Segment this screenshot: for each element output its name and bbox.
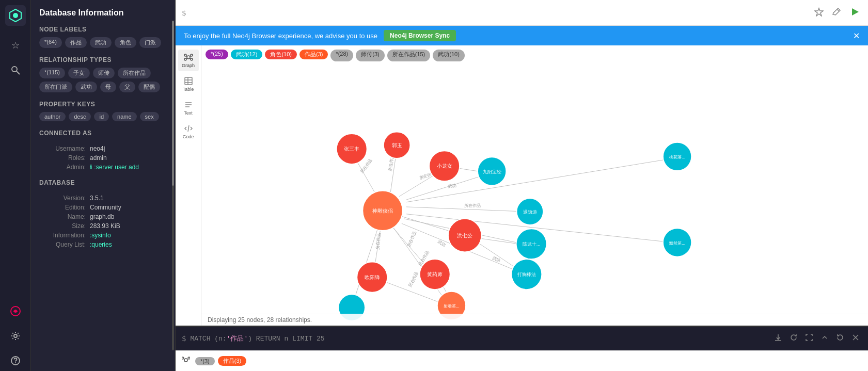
rel-suozaimenpai[interactable]: 所在门派 — [39, 82, 72, 92]
svg-point-7 — [14, 334, 17, 337]
svg-text:陈龙十...: 陈龙十... — [523, 241, 541, 247]
query-prompt: $ — [182, 9, 186, 17]
refresh-button[interactable] — [787, 331, 800, 346]
legend-juese[interactable]: 角色(10) — [265, 50, 297, 59]
legend-rel-shifu[interactable]: 师传(3) — [356, 50, 384, 61]
query-actions — [812, 5, 862, 21]
node-label-wugong[interactable]: 武功 — [90, 37, 112, 48]
node-label-juese[interactable]: 角色 — [115, 37, 136, 48]
text-tool-label: Text — [184, 110, 193, 116]
legend-all[interactable]: *(25) — [206, 50, 228, 59]
node-label-all[interactable]: *(64) — [39, 37, 62, 48]
favorites-icon[interactable]: ☆ — [5, 35, 26, 56]
rel-shifu[interactable]: 师传 — [93, 68, 115, 78]
svg-text:打狗棒法: 打狗棒法 — [517, 272, 536, 277]
query-list-label: Query List: — [39, 241, 86, 248]
svg-text:郭玉: 郭玉 — [392, 142, 402, 148]
prop-author[interactable]: author — [39, 112, 66, 121]
status-text: Displaying 25 nodes, 28 relationships. — [208, 316, 312, 324]
code-tool-button[interactable]: Code — [178, 121, 199, 142]
prop-name[interactable]: name — [112, 112, 137, 121]
bottom-prompt: $ — [182, 334, 186, 343]
svg-point-2 — [12, 67, 17, 72]
legend-wugong[interactable]: 武功(12) — [231, 50, 263, 59]
legend-rel-all[interactable]: *(28) — [330, 50, 353, 61]
node-label-zuopin[interactable]: 作品 — [65, 37, 87, 48]
username-label: Username: — [39, 145, 86, 152]
rel-wugong[interactable]: 武功 — [75, 82, 97, 92]
svg-line-21 — [186, 58, 187, 59]
scroll-up-button[interactable] — [818, 331, 831, 346]
status-bar: Displaying 25 nodes, 28 relationships. — [201, 314, 868, 326]
username-value: neo4j — [90, 145, 167, 152]
svg-point-79 — [184, 359, 187, 362]
disconnect-icon[interactable] — [5, 301, 26, 321]
information-label: Information: — [39, 232, 86, 239]
svg-point-14 — [187, 56, 190, 59]
svg-point-18 — [191, 58, 193, 60]
help-icon[interactable] — [5, 350, 26, 371]
retry-button[interactable] — [834, 331, 846, 346]
banner-text: To enjoy the full Neo4j Browser experien… — [184, 32, 377, 40]
svg-line-12 — [837, 9, 839, 11]
bottom-query-actions — [772, 331, 862, 346]
bottom-query-text: MATCH (n:'作品') RETURN n LIMIT 25 — [190, 334, 768, 343]
svg-rect-23 — [185, 77, 192, 85]
property-keys-heading: Property Keys — [39, 101, 167, 108]
sidebar: Database Information Node Labels *(64) 作… — [31, 0, 176, 371]
svg-text:桃花落...: 桃花落... — [669, 155, 685, 159]
tool-panel: Graph Table Text — [176, 45, 201, 326]
expand-button[interactable] — [803, 331, 815, 346]
admin-value[interactable]: ℹ :server user add — [90, 164, 167, 171]
settings-icon[interactable] — [5, 326, 26, 346]
query-input[interactable] — [190, 9, 808, 17]
svg-text:退隐游: 退隐游 — [523, 209, 537, 215]
rel-peiyou[interactable]: 配偶 — [138, 82, 160, 92]
close-bottom-button[interactable] — [849, 331, 862, 346]
run-button[interactable] — [847, 5, 862, 21]
rel-all[interactable]: *(115) — [39, 68, 65, 78]
svg-text:张三丰: 张三丰 — [344, 146, 359, 152]
svg-text:所在作品: 所在作品 — [375, 233, 382, 250]
rel-fu[interactable]: 父 — [119, 82, 135, 92]
information-value[interactable]: :sysinfo — [90, 232, 167, 239]
legend-rel-suozaizuopin[interactable]: 所在作品(15) — [387, 50, 431, 61]
download-button[interactable] — [772, 331, 784, 346]
search-icon[interactable] — [5, 60, 26, 80]
svg-point-17 — [184, 58, 186, 60]
result-tag-all[interactable]: *(3) — [195, 357, 215, 365]
banner-close-button[interactable]: ✕ — [853, 31, 860, 41]
edition-label: Edition: — [39, 204, 86, 211]
db-name-value: graph.db — [90, 213, 167, 220]
logo-icon[interactable] — [5, 5, 26, 26]
result-tag-zuopin[interactable]: 作品(3) — [218, 356, 246, 366]
edit-button[interactable] — [830, 5, 843, 21]
node-labels-group: *(64) 作品 武功 角色 门派 — [39, 37, 167, 48]
prop-id[interactable]: id — [94, 112, 109, 121]
bottom-result-bar: *(3) 作品(3) — [176, 350, 868, 371]
code-tool-label: Code — [183, 134, 194, 139]
connected-as-heading: Connected as — [39, 130, 167, 137]
version-label: Version: — [39, 195, 86, 202]
prop-sex[interactable]: sex — [140, 112, 159, 121]
rel-mu[interactable]: 母 — [100, 82, 116, 92]
browser-sync-button[interactable]: Neo4j Browser Sync — [384, 30, 456, 41]
rel-suozaizuopin[interactable]: 所在作品 — [118, 68, 151, 78]
node-label-menpai[interactable]: 门派 — [139, 37, 161, 48]
query-list-value[interactable]: :queries — [90, 241, 167, 248]
result-graph-icon — [182, 356, 190, 366]
svg-point-1 — [13, 13, 18, 18]
svg-text:射雕英...: 射雕英... — [444, 304, 460, 309]
favorite-button[interactable] — [812, 5, 826, 21]
legend-rel-wugong[interactable]: 武功(10) — [433, 50, 465, 61]
text-tool-button[interactable]: Text — [178, 97, 199, 119]
version-value: 3.5.1 — [90, 195, 167, 202]
rel-zinv[interactable]: 子女 — [68, 68, 90, 78]
graph-canvas[interactable]: *(25) 武功(12) 角色(10) 作品(3) *(28) 师传(3) 所在… — [201, 45, 868, 326]
table-tool-button[interactable]: Table — [178, 73, 199, 95]
legend-zuopin[interactable]: 作品(3) — [299, 50, 328, 59]
graph-tool-button[interactable]: Graph — [178, 50, 199, 71]
svg-text:所在作品: 所在作品 — [407, 231, 417, 248]
connected-info: Username: neo4j Roles: admin Admin: ℹ :s… — [39, 145, 167, 171]
prop-desc[interactable]: desc — [69, 112, 91, 121]
